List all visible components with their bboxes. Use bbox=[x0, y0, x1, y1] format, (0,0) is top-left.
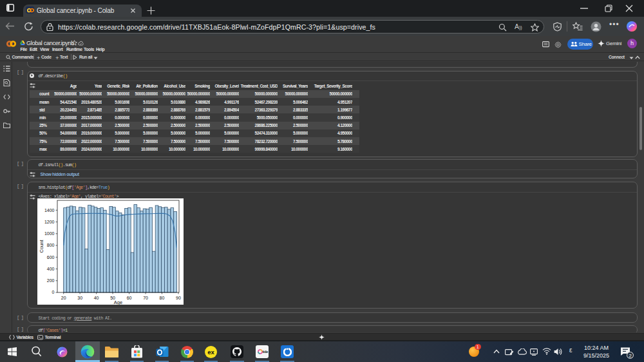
svg-text:200: 200 bbox=[47, 278, 55, 283]
svg-text:1200: 1200 bbox=[44, 220, 55, 224]
svg-text:400: 400 bbox=[47, 267, 55, 271]
svg-text:0: 0 bbox=[52, 290, 55, 294]
svg-text:Age: Age bbox=[114, 300, 122, 305]
svg-text:80: 80 bbox=[160, 296, 165, 300]
svg-text:20: 20 bbox=[61, 296, 66, 300]
svg-text:90: 90 bbox=[176, 296, 181, 300]
svg-text:1000: 1000 bbox=[44, 231, 55, 236]
svg-text:1400: 1400 bbox=[44, 208, 55, 213]
svg-text:600: 600 bbox=[47, 255, 55, 260]
svg-text:800: 800 bbox=[47, 243, 55, 247]
svg-text:60: 60 bbox=[127, 296, 132, 300]
svg-text:30: 30 bbox=[77, 296, 82, 300]
svg-text:40: 40 bbox=[94, 296, 99, 300]
svg-text:70: 70 bbox=[143, 296, 148, 300]
svg-text:Count: Count bbox=[39, 240, 44, 253]
